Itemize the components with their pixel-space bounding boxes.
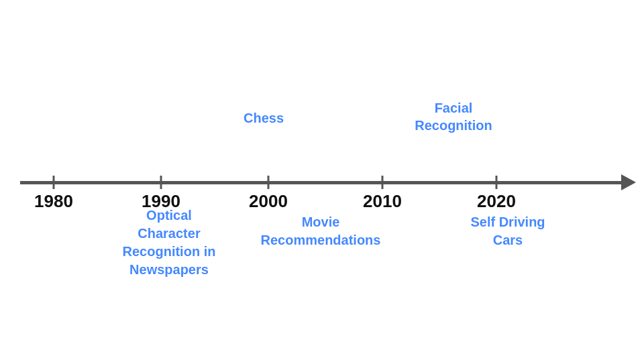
event-movie-recommendations: MovieRecommendations — [261, 213, 381, 249]
tick-2010 — [382, 176, 384, 189]
event-ocr: OpticalCharacterRecognition inNewspapers — [123, 206, 216, 279]
year-2010: 2010 — [363, 191, 402, 212]
event-facial-recognition: FacialRecognition — [415, 99, 492, 134]
year-2000: 2000 — [249, 191, 288, 212]
tick-2020 — [496, 176, 498, 189]
tick-1990 — [160, 176, 162, 189]
timeline-axis — [20, 181, 624, 184]
tick-2000 — [268, 176, 270, 189]
tick-1980 — [53, 176, 55, 189]
event-chess: Chess — [244, 111, 284, 126]
timeline-container: 1980 1990 2000 2010 2020 Chess FacialRec… — [0, 0, 644, 362]
event-self-driving-cars: Self DrivingCars — [470, 213, 545, 249]
year-1980: 1980 — [34, 191, 73, 212]
year-2020: 2020 — [477, 191, 516, 212]
